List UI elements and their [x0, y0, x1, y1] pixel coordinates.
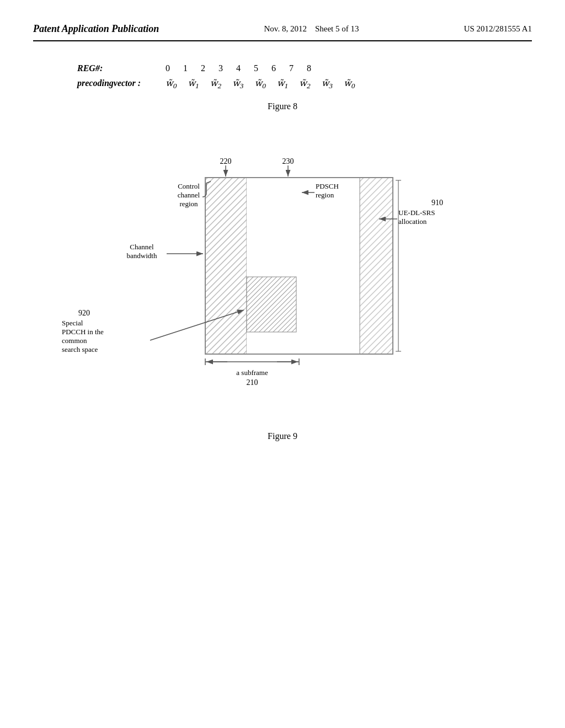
reg-row: REG#: 0 1 2 3 4 5 6 7 8	[77, 63, 532, 73]
svg-text:allocation: allocation	[398, 217, 427, 226]
header-date-sheet: Nov. 8, 2012 Sheet 5 of 13	[264, 22, 359, 35]
precode-5: w̃1	[277, 78, 288, 90]
label-230: 230	[282, 157, 294, 165]
reg-val-8: 8	[307, 63, 311, 73]
precode-7: w̃3	[322, 78, 333, 90]
precode-4: w̃0	[255, 78, 266, 90]
figure8-caption: Figure 8	[33, 101, 532, 111]
label-220: 220	[220, 157, 232, 165]
precode-2: w̃2	[210, 78, 221, 90]
label-210: 210	[247, 378, 258, 387]
reg-val-7: 7	[289, 63, 294, 73]
figure9-diagram: 220 230 Control	[45, 133, 520, 420]
a-subframe-label: a subframe	[236, 368, 268, 377]
figure9-caption: Figure 9	[33, 431, 532, 441]
precode-0: w̃0	[166, 78, 177, 90]
precode-8: w̃0	[344, 78, 355, 90]
precode-3: w̃3	[232, 78, 243, 90]
control-channel-label: Control	[178, 182, 200, 190]
pdsch-label: PDSCH	[316, 182, 339, 190]
reg-label: REG#:	[77, 63, 166, 73]
precoding-values: w̃0 w̃1 w̃2 w̃3 w̃0 w̃1 w̃2 w̃3 w̃0	[166, 78, 355, 90]
reg-val-2: 2	[201, 63, 205, 73]
label-920: 920	[78, 309, 90, 317]
svg-text:channel: channel	[178, 191, 200, 199]
svg-rect-7	[360, 178, 393, 354]
figure9-section: 220 230 Control	[33, 133, 532, 420]
page: Patent Application Publication Nov. 8, 2…	[0, 0, 565, 728]
reg-val-6: 6	[271, 63, 276, 73]
publication-date: Nov. 8, 2012	[264, 24, 307, 33]
svg-text:search space: search space	[62, 345, 98, 354]
label-910: 910	[431, 199, 443, 207]
svg-text:bandwidth: bandwidth	[127, 251, 157, 260]
svg-text:PDCCH in the: PDCCH in the	[62, 328, 104, 336]
sheet-info: Sheet 5 of 13	[315, 24, 359, 33]
special-pdcch-label: Special	[62, 319, 83, 327]
svg-text:region: region	[179, 200, 198, 208]
reg-val-1: 1	[183, 63, 188, 73]
figure8-section: REG#: 0 1 2 3 4 5 6 7 8 precodingvector …	[77, 63, 532, 90]
reg-val-4: 4	[236, 63, 241, 73]
precoding-label: precodingvector :	[77, 78, 166, 88]
reg-val-0: 0	[166, 63, 170, 73]
reg-values: 0 1 2 3 4 5 6 7 8	[166, 63, 311, 73]
patent-number: US 2012/281555 A1	[464, 22, 532, 35]
svg-rect-6	[247, 277, 296, 332]
publication-title: Patent Application Publication	[33, 22, 159, 36]
reg-val-3: 3	[218, 63, 223, 73]
channel-bandwidth-label: Channel	[130, 243, 154, 251]
precode-6: w̃2	[299, 78, 310, 90]
svg-text:common: common	[62, 336, 87, 345]
svg-text:region: region	[316, 191, 334, 199]
page-header: Patent Application Publication Nov. 8, 2…	[33, 22, 532, 41]
ue-dl-srs-label: UE-DL-SRS	[398, 208, 435, 217]
svg-rect-4	[205, 178, 247, 354]
precoding-row: precodingvector : w̃0 w̃1 w̃2 w̃3 w̃0 w̃…	[77, 78, 532, 90]
reg-val-5: 5	[254, 63, 258, 73]
precode-1: w̃1	[188, 78, 199, 90]
